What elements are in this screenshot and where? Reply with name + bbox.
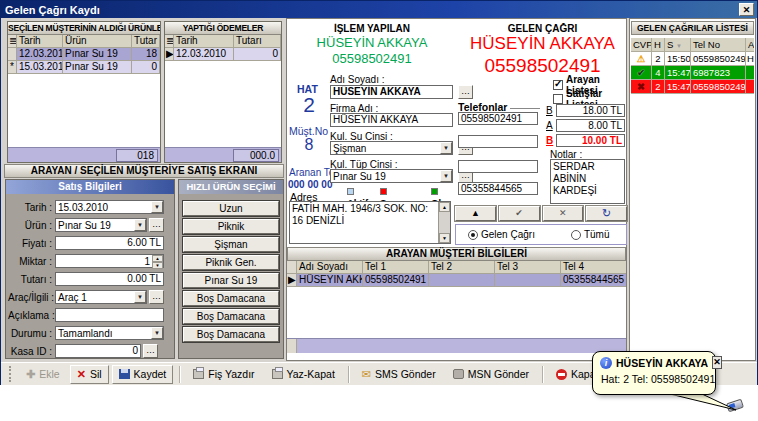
balloon-close-button[interactable]: ✕ — [712, 356, 722, 369]
tarih-dropdown[interactable]: 15.03.2010▼ — [55, 200, 164, 214]
window-close-button[interactable]: ✕ — [739, 3, 754, 16]
incoming-name: HÜSEYİN AKKAYA — [457, 34, 628, 54]
quick-button-bos-damacana-3[interactable]: Boş Damacana — [183, 327, 279, 342]
calls-col-telno[interactable]: Tel No — [691, 38, 746, 52]
scroll-up-icon[interactable]: ▲ — [439, 202, 450, 212]
caller-col-tel3[interactable]: Tel 3 — [495, 261, 561, 274]
durumu-dropdown[interactable]: Tamamlandı▼ — [55, 326, 164, 340]
products-col-tutar[interactable]: Tutar — [132, 35, 160, 48]
calls-col-h[interactable]: H — [652, 38, 665, 52]
radio-tumu[interactable]: Tümü — [571, 229, 610, 240]
tel3-field[interactable] — [458, 160, 538, 173]
quick-button-bos-damacana-2[interactable]: Boş Damacana — [183, 309, 279, 324]
add-icon: ✚ — [26, 369, 35, 379]
fis-yazdir-button[interactable]: Fiş Yazdır — [186, 365, 261, 384]
refresh-button[interactable]: ↻ — [586, 206, 627, 221]
chevron-down-icon[interactable]: ▼ — [134, 219, 146, 231]
firma-adi-field[interactable]: HÜSEYİN AKKAYA — [330, 113, 453, 127]
call-row-missed[interactable]: ✖ 2 15:47 05598502491 — [631, 80, 754, 94]
record-action-buttons: ▲ ✔ ✕ ↻ — [455, 206, 627, 221]
aktif-color-icon — [347, 188, 354, 195]
quick-button-sisman[interactable]: Şişman — [183, 237, 279, 252]
yaz-kapat-button[interactable]: Yaz-Kapat — [265, 365, 342, 384]
caller-col-tel2[interactable]: Tel 2 — [429, 261, 495, 274]
title-bar[interactable]: Gelen Çağrı Kaydı ✕ — [1, 1, 757, 18]
call-row-answered[interactable]: ✔ 4 15:47 6987823 — [631, 66, 754, 80]
adi-soyadi-browse-button[interactable]: … — [458, 85, 473, 99]
kasa-field[interactable]: 0 — [55, 344, 141, 358]
filter-icon[interactable]: ▼ — [676, 43, 682, 49]
kasa-browse-button[interactable]: … — [143, 344, 158, 358]
caller-col-adi[interactable]: Adı Soyadı — [297, 261, 363, 274]
products-col-tarih[interactable]: Tarih — [17, 35, 63, 48]
chevron-down-icon[interactable]: ▼ — [151, 327, 163, 339]
products-col-urun[interactable]: Ürün — [63, 35, 132, 48]
notlar-textarea[interactable]: SERDAR ABİNİN KARDEŞİ — [550, 159, 625, 204]
arac-browse-button[interactable]: … — [149, 290, 164, 304]
chevron-down-icon[interactable]: ▼ — [151, 201, 163, 213]
quick-button-bos-damacana-1[interactable]: Boş Damacana — [183, 291, 279, 306]
urun-dropdown[interactable]: Pınar Su 19▼ — [55, 218, 147, 232]
screen: Gelen Çağrı Kaydı ✕ SEÇİLEN MÜŞTERİNİN A… — [0, 0, 758, 421]
quick-button-piknik[interactable]: Piknik — [183, 219, 279, 234]
islem-yapilan-title: İŞLEM YAPILAN — [287, 23, 457, 34]
kasa-label: Kasa ID : — [8, 346, 52, 357]
kaydet-button[interactable]: Kaydet — [112, 365, 174, 384]
sms-gonder-button[interactable]: ✉SMS Gönder — [355, 365, 443, 384]
miktar-stepper[interactable]: 1▲▼ — [55, 254, 164, 268]
chevron-down-icon[interactable]: ▼ — [440, 142, 452, 154]
payments-col-tarih[interactable]: Tarih — [174, 35, 234, 48]
tarih-label: Tarih : — [8, 202, 52, 213]
chevron-down-icon[interactable]: ▼ — [440, 170, 452, 182]
payments-row[interactable]: ▶ 12.03.2010 0 — [165, 48, 281, 61]
amount-a-label: A — [546, 120, 553, 131]
calls-col-cvp[interactable]: CVP — [631, 38, 652, 52]
tutari-field[interactable]: 0.00 TL — [55, 272, 164, 286]
cancel-button[interactable]: ✕ — [543, 206, 584, 221]
chevron-down-icon[interactable]: ▼ — [134, 291, 146, 303]
tel2-field[interactable] — [458, 135, 538, 148]
arac-dropdown[interactable]: Araç 1▼ — [55, 290, 147, 304]
radio-selected-icon[interactable] — [468, 230, 478, 240]
tel1-field[interactable]: 05598502491 — [458, 112, 538, 125]
quick-button-pinar-su-19[interactable]: Pınar Su 19 — [183, 273, 279, 288]
msn-icon — [453, 369, 464, 379]
call-row-waiting[interactable]: ⚠ 2 15:50 05598502491 HÜ — [631, 52, 754, 66]
scroll-down-icon[interactable]: ▼ — [439, 233, 450, 243]
caller-table-row[interactable]: ▶ HÜSEYİN AKKAYA 05598502491 05355844565 — [287, 274, 626, 287]
products-row[interactable]: * 15.03.2010 Pınar Su 19 0 — [8, 61, 160, 74]
quick-button-uzun[interactable]: Uzun — [183, 201, 279, 216]
cevapsiz-color-icon — [380, 188, 387, 195]
caller-notification-balloon[interactable]: i HÜSEYİN AKKAYA ✕ Hat: 2 Tel: 055985024… — [592, 351, 716, 395]
adres-textarea[interactable]: FATİH MAH. 1946/3 SOK. NO: 16 DENİZLİ ▲ … — [289, 201, 451, 244]
printer-icon — [272, 369, 283, 379]
tel4-field[interactable]: 05355844565 — [458, 182, 538, 195]
stepper-up-icon[interactable]: ▲ — [152, 255, 163, 262]
products-row[interactable]: 12.03.2010 Pınar Su 19 18 — [8, 48, 160, 61]
fiyati-field[interactable]: 6.00 TL — [55, 236, 164, 250]
caller-col-tel1[interactable]: Tel 1 — [363, 261, 429, 274]
msn-gonder-button[interactable]: MSN Gönder — [446, 365, 536, 384]
row-arrow-icon: ▶ — [287, 274, 297, 287]
radio-unselected-icon[interactable] — [571, 230, 581, 240]
sil-button[interactable]: ✕Sil — [70, 365, 109, 384]
products-footer: 018 — [8, 147, 160, 162]
calls-col-ad[interactable]: Ad — [746, 38, 754, 52]
fiyati-label: Fiyatı : — [8, 238, 52, 249]
checkbox-unchecked-icon[interactable] — [553, 94, 563, 104]
caller-col-tel4[interactable]: Tel 4 — [561, 261, 626, 274]
confirm-button[interactable]: ✔ — [499, 206, 540, 221]
stepper-down-icon[interactable]: ▼ — [152, 262, 163, 269]
navigate-up-button[interactable]: ▲ — [455, 206, 496, 221]
kul-tup-cinsi-dropdown[interactable]: Pınar Su 19▼ — [330, 169, 453, 183]
adres-scrollbar[interactable]: ▲ ▼ — [438, 202, 450, 243]
calls-col-s[interactable]: S ▼ — [665, 38, 691, 52]
quick-button-piknik-gen[interactable]: Piknik Gen. — [183, 255, 279, 270]
urun-browse-button[interactable]: … — [149, 218, 164, 232]
radio-gelen-cagri[interactable]: Gelen Çağrı — [468, 229, 535, 240]
adi-soyadi-field[interactable]: HÜSEYİN AKKAYA — [330, 85, 453, 99]
aciklama-field[interactable] — [55, 308, 164, 322]
kul-su-cinsi-dropdown[interactable]: Şişman▼ — [330, 141, 453, 155]
payments-col-tutar[interactable]: Tutarı — [234, 35, 281, 48]
toolbar-grip[interactable] — [9, 366, 12, 382]
